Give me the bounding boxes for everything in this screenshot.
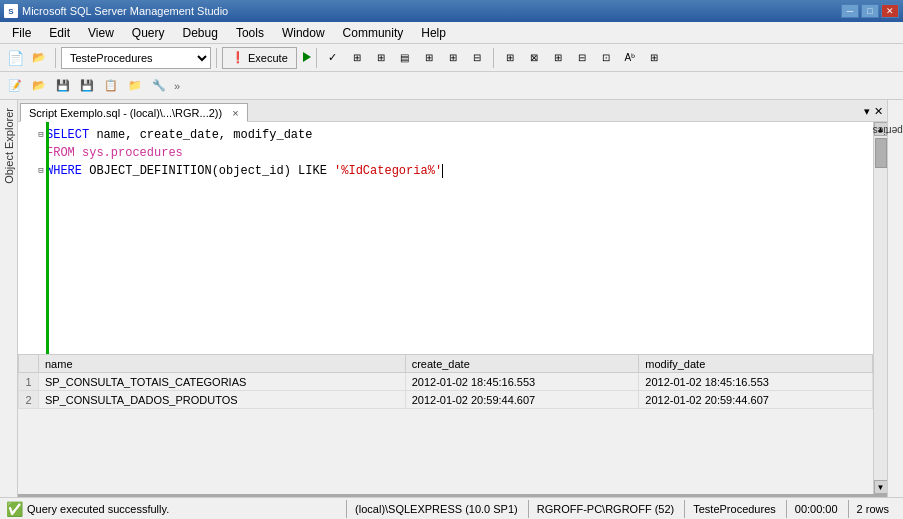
code-fold-1[interactable]: ⊟: [36, 126, 46, 144]
grid-icon-2: ⊞: [377, 52, 385, 63]
tb-btn-c[interactable]: ⊞: [547, 47, 569, 69]
right-panel[interactable]: Properties: [887, 100, 903, 497]
tb-grid-btn2[interactable]: ⊞: [370, 47, 392, 69]
code-line-3: ⊟ WHERE OBJECT_DEFINITION(object_id) LIK…: [22, 162, 869, 180]
panel-close-icon[interactable]: ✕: [874, 105, 883, 118]
tb-grid-btn1[interactable]: ⊞: [346, 47, 368, 69]
app-title: Microsoft SQL Server Management Studio: [22, 5, 228, 17]
green-bar: [46, 122, 49, 354]
status-server: (local)\SQLEXPRESS (10.0 SP1): [346, 500, 526, 518]
code-content-3[interactable]: WHERE OBJECT_DEFINITION(object_id) LIKE …: [46, 162, 869, 180]
table-row[interactable]: 2 SP_CONSULTA_DADOS_PRODUTOS 2012-01-02 …: [19, 391, 873, 409]
minimize-button[interactable]: ─: [841, 4, 859, 18]
code-content-1[interactable]: SELECT name, create_date, modify_date: [46, 126, 869, 144]
menu-tools[interactable]: Tools: [228, 23, 272, 43]
tb-sep-3: [316, 48, 317, 68]
query-panel-inner: ⊟ SELECT name, create_date, modify_date …: [18, 122, 887, 494]
grid-icon-5: ⊞: [449, 52, 457, 63]
play-button[interactable]: [303, 51, 311, 65]
query-panel: Script Exemplo.sql - (local)\...\RGR...2…: [18, 100, 887, 497]
tb2-btn6[interactable]: 🔧: [148, 75, 170, 97]
query-editor[interactable]: ⊟ SELECT name, create_date, modify_date …: [18, 122, 873, 354]
tb-btn-g[interactable]: ⊞: [643, 47, 665, 69]
row2-name: SP_CONSULTA_DADOS_PRODUTOS: [39, 391, 406, 409]
tb-sep-4: [493, 48, 494, 68]
menu-bar: File Edit View Query Debug Tools Window …: [0, 22, 903, 44]
tb2-btn5[interactable]: 📁: [124, 75, 146, 97]
app-icon: S: [4, 4, 18, 18]
toolbar-icon-2[interactable]: 📂: [28, 47, 50, 69]
row1-name: SP_CONSULTA_TOTAIS_CATEGORIAS: [39, 373, 406, 391]
toolbar-icon-1[interactable]: 📄: [4, 47, 26, 69]
tab-close-button[interactable]: ×: [232, 107, 238, 119]
copy-btn[interactable]: 📋: [100, 75, 122, 97]
open-file-btn[interactable]: 📂: [28, 75, 50, 97]
code-line-2: FROM sys.procedures: [22, 144, 869, 162]
maximize-button[interactable]: □: [861, 4, 879, 18]
save-btn[interactable]: 💾: [52, 75, 74, 97]
tb-btn-a[interactable]: ⊞: [499, 47, 521, 69]
row2-create: 2012-01-02 20:59:44.607: [405, 391, 639, 409]
status-message: Query executed successfully.: [27, 503, 169, 515]
tb-btn-d[interactable]: ⊟: [571, 47, 593, 69]
tb-grid-btn5[interactable]: ⊞: [442, 47, 464, 69]
database-select[interactable]: TesteProcedures: [61, 47, 211, 69]
tb-sep-1: [55, 48, 56, 68]
panel-menu-icon[interactable]: ▾: [864, 105, 870, 118]
results-col-create: create_date: [405, 355, 639, 373]
properties-tab-label[interactable]: Properties: [873, 125, 903, 136]
object-explorer-tab[interactable]: Object Explorer: [0, 100, 18, 497]
query-tab-title: Script Exemplo.sql - (local)\...\RGR...2…: [29, 107, 222, 119]
col-icon-1: ⊞: [506, 52, 514, 63]
new-query-btn[interactable]: 📝: [4, 75, 26, 97]
query-tab-active[interactable]: Script Exemplo.sql - (local)\...\RGR...2…: [20, 103, 248, 122]
tb2-icon6: 🔧: [152, 79, 166, 92]
tb-btn-e[interactable]: ⊡: [595, 47, 617, 69]
grid-icon-1: ⊞: [353, 52, 361, 63]
code-fold-3[interactable]: ⊟: [36, 162, 46, 180]
col-icon-3: ⊞: [554, 52, 562, 63]
status-user: RGROFF-PC\RGROFF (52): [528, 500, 683, 518]
execute-button[interactable]: ❗ Execute: [222, 47, 297, 69]
tb-btn-f[interactable]: Aᵇ: [619, 47, 641, 69]
menu-window[interactable]: Window: [274, 23, 333, 43]
menu-edit[interactable]: Edit: [41, 23, 78, 43]
row2-modify: 2012-01-02 20:59:44.607: [639, 391, 873, 409]
save-all-btn[interactable]: 💾: [76, 75, 98, 97]
table-row[interactable]: 1 SP_CONSULTA_TOTAIS_CATEGORIAS 2012-01-…: [19, 373, 873, 391]
parse-btn[interactable]: ✓: [322, 47, 344, 69]
menu-debug[interactable]: Debug: [175, 23, 226, 43]
scroll-down-arrow[interactable]: ▼: [874, 480, 888, 494]
menu-community[interactable]: Community: [335, 23, 412, 43]
status-left: ✅ Query executed successfully.: [6, 501, 169, 517]
checkmark-icon: ✓: [328, 51, 337, 64]
tb-grid-btn3[interactable]: ▤: [394, 47, 416, 69]
col-icon-6: ⊞: [650, 52, 658, 63]
play-icon: [303, 52, 311, 62]
object-explorer-label[interactable]: Object Explorer: [1, 104, 17, 188]
tb-btn-b[interactable]: ⊠: [523, 47, 545, 69]
menu-query[interactable]: Query: [124, 23, 173, 43]
open-file-icon: 📂: [32, 79, 46, 92]
window-controls[interactable]: ─ □ ✕: [841, 4, 899, 18]
content-area: Script Exemplo.sql - (local)\...\RGR...2…: [18, 100, 887, 497]
menu-file[interactable]: File: [4, 23, 39, 43]
status-time: 00:00:00: [786, 500, 846, 518]
code-content-2[interactable]: FROM sys.procedures: [46, 144, 869, 162]
menu-view[interactable]: View: [80, 23, 122, 43]
close-button[interactable]: ✕: [881, 4, 899, 18]
save-icon: 💾: [56, 79, 70, 92]
scroll-thumb[interactable]: [875, 138, 887, 168]
tb-grid-btn4[interactable]: ⊞: [418, 47, 440, 69]
exclamation-icon: ❗: [231, 51, 245, 64]
editor-area: ⊟ SELECT name, create_date, modify_date …: [18, 122, 873, 494]
row1-create: 2012-01-02 18:45:16.553: [405, 373, 639, 391]
results-scroll[interactable]: name create_date modify_date 1 SP_CONSUL…: [18, 354, 873, 494]
col-icon-4: ⊟: [578, 52, 586, 63]
menu-help[interactable]: Help: [413, 23, 454, 43]
document-icon: 📄: [7, 50, 24, 66]
editor-scrollbar[interactable]: ▲ ▼: [873, 122, 887, 494]
status-bar: ✅ Query executed successfully. (local)\S…: [0, 497, 903, 519]
toolbar-arrow: »: [174, 80, 180, 92]
tb-grid-btn6[interactable]: ⊟: [466, 47, 488, 69]
